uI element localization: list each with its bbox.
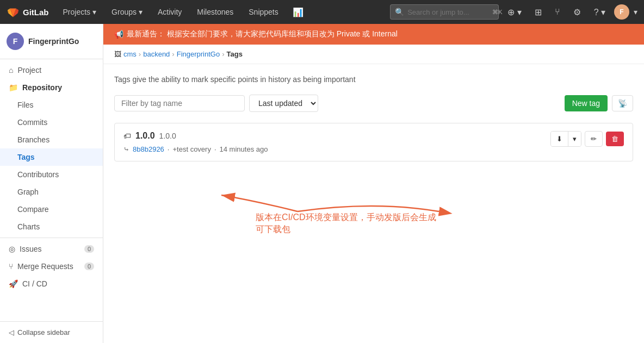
- ci-cd-icon: 🚀: [9, 279, 18, 288]
- breadcrumb-backend[interactable]: backend: [143, 50, 170, 58]
- sidebar-item-tags[interactable]: Tags: [0, 148, 103, 166]
- tag-header: 🏷 1.0.0 1.0.0: [123, 131, 550, 141]
- new-tag-button[interactable]: New tag: [565, 95, 608, 111]
- top-navigation: GitLab Projects ▾ Groups ▾ Activity Mile…: [0, 0, 644, 24]
- breadcrumb: 🖼 cms › backend › FingerprintGo › Tags: [103, 45, 644, 64]
- collapse-sidebar-button[interactable]: ◁ Collapse sidebar: [0, 321, 103, 343]
- sidebar-item-issues[interactable]: ◎ Issues 0: [0, 240, 103, 258]
- sidebar-user: F FingerprintGo: [0, 24, 103, 59]
- edit-tag-button[interactable]: ✏: [585, 131, 603, 147]
- tag-info: 🏷 1.0.0 1.0.0 ⤷ 8b8b2926 · +test covery …: [123, 131, 550, 153]
- annotation-layer: 版本在CI/CD环境变量设置，手动发版后会生成可下载包: [114, 168, 633, 255]
- issues-badge: 0: [84, 245, 94, 253]
- merge-requests-badge: 0: [84, 263, 94, 270]
- sidebar-item-commits[interactable]: Commits: [0, 114, 103, 131]
- sidebar-project-name: FingerprintGo: [28, 37, 79, 46]
- sidebar-item-graph[interactable]: Graph: [0, 183, 103, 201]
- sidebar-nav: ⌂ Project 📁 Repository Files Commits Bra…: [0, 59, 103, 295]
- nav-groups[interactable]: Groups ▾: [106, 5, 148, 18]
- tag-controls: Last updated New tag 📡: [114, 95, 633, 112]
- sidebar-item-merge-requests[interactable]: ⑂ Merge Requests 0: [0, 258, 103, 275]
- commit-message: +test covery: [172, 145, 210, 153]
- sidebar-avatar: F: [7, 33, 24, 50]
- project-icon: ⌂: [9, 66, 13, 74]
- download-main-button[interactable]: ⬇: [551, 132, 568, 146]
- nav-help-icon[interactable]: ? ▾: [590, 5, 610, 20]
- gitlab-logo[interactable]: GitLab: [7, 5, 49, 18]
- annotation-arrows: [114, 168, 633, 255]
- annotation-text: 版本在CI/CD环境变量设置，手动发版后会生成可下载包: [256, 211, 436, 236]
- issues-icon: ◎: [9, 245, 15, 253]
- page-description: Tags give the ability to mark specific p…: [114, 75, 633, 84]
- rss-button[interactable]: 📡: [612, 95, 633, 111]
- cloud-download-icon: ⬇: [556, 135, 562, 143]
- tag-meta: ⤷ 8b8b2926 · +test covery · 14 minutes a…: [123, 145, 550, 153]
- page-body: Tags give the ability to mark specific p…: [103, 64, 644, 266]
- sidebar-item-compare[interactable]: Compare: [0, 201, 103, 218]
- sidebar-item-ci-cd[interactable]: 🚀 CI / CD: [0, 275, 103, 292]
- search-icon: 🔍: [395, 8, 404, 16]
- sidebar-item-files[interactable]: Files: [0, 96, 103, 114]
- delete-tag-button[interactable]: 🗑: [606, 132, 624, 146]
- sidebar-item-project[interactable]: ⌂ Project: [0, 61, 103, 79]
- trash-icon: 🗑: [611, 135, 618, 143]
- commit-icon: ⤷: [123, 145, 129, 153]
- tag-filter-input[interactable]: [114, 95, 245, 111]
- megaphone-icon: 📢: [114, 30, 123, 39]
- tag-icon: 🏷: [123, 132, 131, 140]
- sidebar-item-contributors[interactable]: Contributors: [0, 166, 103, 183]
- sidebar-divider: [0, 238, 103, 238]
- chevron-down-icon: ▾: [573, 135, 577, 143]
- tag-name: 1.0.0: [135, 131, 155, 141]
- merge-requests-icon: ⑂: [9, 262, 13, 271]
- breadcrumb-current: Tags: [227, 50, 243, 58]
- tag-item: 🏷 1.0.0 1.0.0 ⤷ 8b8b2926 · +test covery …: [114, 123, 633, 161]
- repository-icon: 📁: [9, 83, 18, 92]
- nav-dock-icon[interactable]: ⊞: [530, 5, 546, 20]
- tag-row: 🏷 1.0.0 1.0.0 ⤷ 8b8b2926 · +test covery …: [123, 131, 624, 153]
- edit-icon: ✏: [591, 135, 597, 143]
- sidebar-item-charts[interactable]: Charts: [0, 218, 103, 235]
- breadcrumb-icon: 🖼: [114, 50, 121, 58]
- commit-link[interactable]: 8b8b2926: [133, 145, 164, 153]
- main-content: 📢 最新通告： 根据安全部门要求，请大家把代码库组和项目改为 Private 或…: [103, 24, 644, 343]
- sort-select[interactable]: Last updated: [249, 95, 318, 112]
- sidebar-item-branches[interactable]: Branches: [0, 131, 103, 148]
- nav-chart-icon[interactable]: 📊: [288, 5, 308, 20]
- nav-settings-icon[interactable]: ⚙: [569, 5, 585, 20]
- nav-milestones[interactable]: Milestones: [191, 5, 239, 18]
- nav-snippets[interactable]: Snippets: [243, 5, 283, 18]
- sidebar: F FingerprintGo ⌂ Project 📁 Repository F…: [0, 24, 103, 343]
- breadcrumb-cms[interactable]: cms: [123, 50, 137, 58]
- nav-new-icon[interactable]: ⊕ ▾: [503, 5, 525, 20]
- nav-activity[interactable]: Activity: [152, 5, 187, 18]
- nav-projects[interactable]: Projects ▾: [58, 5, 102, 18]
- nav-merge-icon[interactable]: ⑂: [550, 5, 565, 19]
- download-dropdown-button[interactable]: ▾: [568, 132, 581, 146]
- user-avatar[interactable]: F: [614, 4, 629, 20]
- announcement-banner: 📢 最新通告： 根据安全部门要求，请大家把代码库组和项目改为 Private 或…: [103, 24, 644, 45]
- collapse-icon: ◁: [9, 328, 14, 336]
- commit-time: 14 minutes ago: [220, 145, 268, 153]
- sidebar-item-repository[interactable]: 📁 Repository: [0, 79, 103, 96]
- breadcrumb-fingerprintgo[interactable]: FingerprintGo: [177, 50, 220, 58]
- rss-icon: 📡: [618, 99, 627, 108]
- tag-actions: Download ⬇ ▾ Source code Download zip: [550, 131, 624, 147]
- nav-search-bar[interactable]: 🔍 ⌘K: [390, 4, 499, 20]
- tag-ref: 1.0.0: [159, 132, 176, 140]
- download-button-group: Download ⬇ ▾ Source code Download zip: [550, 131, 581, 147]
- search-input[interactable]: [407, 8, 489, 16]
